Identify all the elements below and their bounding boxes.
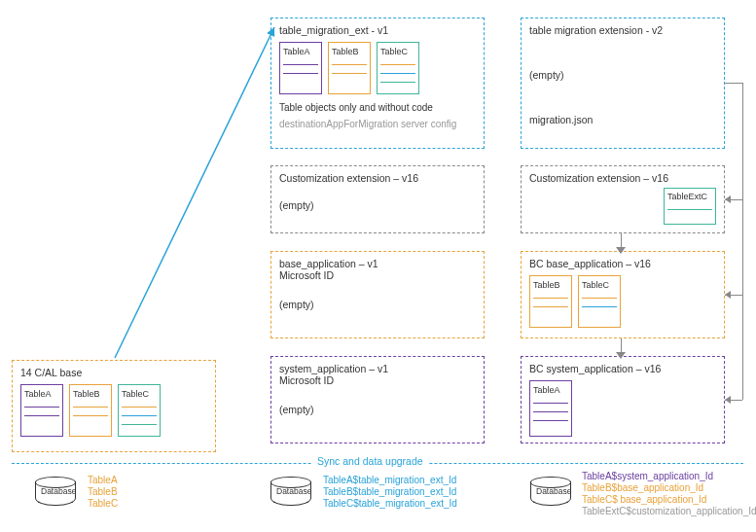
migration-v1-title: table_migration_ext - v1: [279, 24, 476, 36]
db2-line3: TableC$table_migration_ext_Id: [323, 498, 457, 510]
table-a-label: TableA: [24, 389, 59, 399]
migv1-table-a-label: TableA: [283, 47, 318, 56]
migv1-note: destinationAppForMigration server config: [279, 119, 476, 129]
db2: Database: [270, 477, 309, 506]
cust-v16-title: Customization extension – v16: [279, 172, 476, 184]
db3-line1: TableA$system_application_Id: [582, 471, 756, 482]
cust3-box: Customization extension – v16 TableExtC: [521, 165, 725, 233]
bc-base-title: BC base_application – v16: [529, 258, 716, 269]
migration-v2-body: (empty): [529, 69, 716, 81]
table-b-label: TableB: [73, 389, 108, 399]
migv1-table-c-label: TableC: [380, 47, 415, 56]
base-app-sub: Microsoft ID: [279, 269, 476, 281]
db3-line3: TableC$ base_application_Id: [582, 494, 756, 506]
db1-line1: TableA: [88, 475, 118, 486]
bus-vertical: [742, 83, 743, 400]
cust-v16-body: (empty): [279, 199, 476, 211]
migv1-table-a: TableA: [279, 42, 322, 94]
bc-base-table-b: TableB: [529, 275, 572, 328]
base-app-body: (empty): [279, 299, 476, 310]
arrow-down-icon: [616, 352, 626, 359]
database-icon: Database: [35, 477, 74, 506]
migration-v1-box: table_migration_ext - v1 TableA TableB T…: [270, 18, 485, 149]
bc-base-box: BC base_application – v16 TableB TableC: [521, 251, 725, 338]
table-c-label: TableC: [122, 389, 157, 399]
db1-tables: TableA TableB TableC: [88, 475, 118, 510]
table-ext-c-label: TableExtC: [667, 192, 712, 201]
db2-label: Database: [276, 486, 311, 496]
bc-sys-box: BC system_application – v16 TableA: [521, 356, 725, 443]
sync-label: Sync and data upgrade: [311, 455, 429, 467]
bc-sys-table-a-label: TableA: [533, 385, 568, 395]
cal-tables-row: TableA TableB TableC: [20, 384, 207, 437]
arrow-down-icon: [616, 247, 626, 254]
migration-v2-title: table migration extension - v2: [529, 24, 716, 36]
cust-v16-box: Customization extension – v16 (empty): [270, 165, 485, 233]
arrow-left-icon: [725, 291, 731, 299]
cal-base-title: 14 C/AL base: [20, 367, 207, 378]
db2-line2: TableB$table_migration_ext_Id: [323, 486, 457, 498]
bc-sys-tables: TableA: [529, 380, 716, 437]
base-app-box: base_application – v1 Microsoft ID (empt…: [270, 251, 485, 338]
db3-tables: TableA$system_application_Id TableB$base…: [582, 471, 756, 517]
db3: Database: [530, 477, 569, 506]
bc-base-table-c: TableC: [578, 275, 621, 328]
database-icon: Database: [530, 477, 569, 506]
sys-app-title: system_application – v1: [279, 363, 476, 374]
cal-base-box: 14 C/AL base TableA TableB TableC: [12, 360, 216, 452]
sys-app-box: system_application – v1 Microsoft ID (em…: [270, 356, 485, 443]
table-a-mini: TableA: [20, 384, 63, 437]
bus-h1: [725, 83, 742, 84]
database-icon: Database: [270, 477, 309, 506]
sys-app-sub: Microsoft ID: [279, 374, 476, 386]
table-b-mini: TableB: [69, 384, 112, 437]
migration-v2-note: migration.json: [529, 114, 716, 125]
db1: Database: [35, 477, 74, 506]
db3-label: Database: [536, 486, 571, 496]
migration-v2-box: table migration extension - v2 (empty) m…: [521, 18, 725, 149]
table-ext-c: TableExtC: [664, 188, 716, 225]
db1-label: Database: [41, 486, 76, 496]
bc-base-table-c-label: TableC: [582, 280, 617, 290]
migv1-caption: Table objects only and without code: [279, 102, 476, 113]
bc-base-tables: TableB TableC: [529, 275, 716, 328]
bc-base-table-b-label: TableB: [533, 280, 568, 290]
sys-app-body: (empty): [279, 404, 476, 415]
db3-line2: TableB$base_application_Id: [582, 482, 756, 494]
bc-sys-title: BC system_application – v16: [529, 363, 716, 374]
base-app-title: base_application – v1: [279, 258, 476, 269]
db2-line1: TableA$table_migration_ext_Id: [323, 475, 457, 486]
db2-tables: TableA$table_migration_ext_Id TableB$tab…: [323, 475, 457, 510]
table-c-mini: TableC: [118, 384, 161, 437]
db1-line3: TableC: [88, 498, 118, 510]
db3-line4: TableExtC$customization_application_Id: [582, 506, 756, 517]
db1-line2: TableB: [88, 486, 118, 498]
svg-line-0: [115, 27, 274, 358]
migv1-table-c: TableC: [377, 42, 419, 94]
migv1-table-b-label: TableB: [332, 47, 367, 56]
migration-v1-tables: TableA TableB TableC: [279, 42, 476, 94]
bc-sys-table-a: TableA: [529, 380, 572, 437]
arrow-left-icon: [725, 195, 731, 203]
arrow-left-icon: [725, 396, 731, 404]
migv1-table-b: TableB: [328, 42, 371, 94]
cust3-title: Customization extension – v16: [529, 172, 716, 184]
